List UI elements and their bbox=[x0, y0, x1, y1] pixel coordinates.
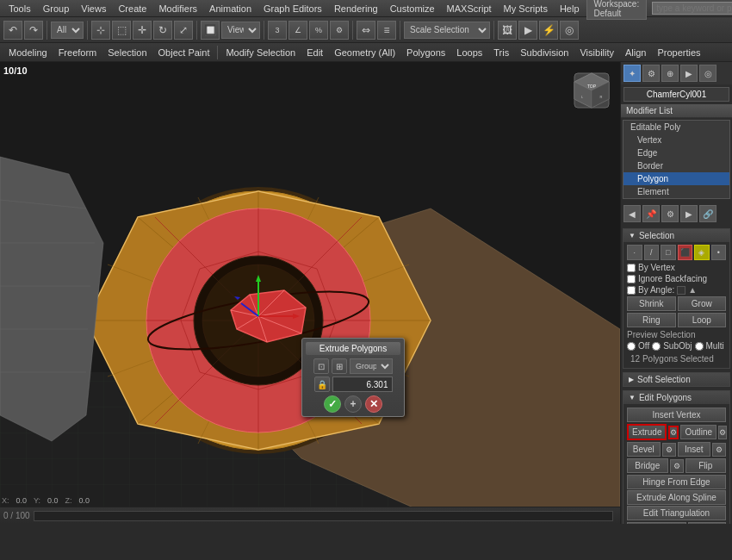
edit-triangulation-btn[interactable]: Edit Triangulation bbox=[627, 506, 726, 520]
tb2-geometry-all[interactable]: Geometry (All) bbox=[329, 47, 400, 59]
bevel-settings-btn[interactable]: ⚙ bbox=[662, 443, 676, 457]
tb2-align[interactable]: Align bbox=[620, 47, 651, 59]
redo-button[interactable]: ↷ bbox=[24, 21, 43, 40]
menu-tools[interactable]: Tools bbox=[3, 3, 36, 15]
search-input[interactable] bbox=[652, 2, 732, 15]
extrude-along-spline-btn[interactable]: Extrude Along Spline bbox=[627, 490, 726, 505]
bridge-settings-btn[interactable]: ⚙ bbox=[670, 459, 684, 473]
menu-maxscript[interactable]: MAXScript bbox=[442, 3, 497, 15]
selection-section-header[interactable]: ▼ Selection bbox=[623, 229, 729, 242]
preview-multi-radio[interactable] bbox=[695, 342, 704, 351]
material-editor[interactable]: ◎ bbox=[560, 21, 579, 40]
pin-btn[interactable]: 📌 bbox=[642, 205, 660, 222]
menu-customize[interactable]: Customize bbox=[385, 3, 440, 15]
bridge-btn[interactable]: Bridge bbox=[627, 458, 668, 473]
menu-modifiers[interactable]: Modifiers bbox=[153, 3, 202, 15]
extrude-cancel-btn[interactable]: ✕ bbox=[365, 395, 382, 413]
inset-btn[interactable]: Inset bbox=[678, 442, 711, 457]
align-tool[interactable]: ≡ bbox=[377, 21, 396, 40]
ignore-backfacing-check[interactable] bbox=[627, 275, 636, 283]
grow-btn[interactable]: Grow bbox=[678, 296, 727, 311]
outline-btn[interactable]: Outline bbox=[680, 425, 716, 439]
viewport[interactable]: 10/10 TOP L R Extrude Polygons ⊡ ⊞ bbox=[0, 62, 620, 524]
angle-value[interactable]: 45.0 bbox=[677, 286, 685, 295]
extrude-settings-btn[interactable]: ⚙ bbox=[668, 426, 679, 439]
inset-settings-btn[interactable]: ⚙ bbox=[712, 443, 726, 457]
menu-graph-editors[interactable]: Graph Editors bbox=[258, 3, 327, 15]
sel-vertex-icon[interactable]: · bbox=[627, 245, 642, 260]
mirror-tool[interactable]: ⇔ bbox=[357, 21, 375, 40]
extrude-lock-btn[interactable]: 🔒 bbox=[314, 376, 330, 392]
sel-dot-icon[interactable]: • bbox=[711, 245, 727, 260]
sel-element-icon[interactable]: ◈ bbox=[694, 245, 710, 260]
snap-spinner[interactable]: ⚙ bbox=[330, 21, 349, 40]
object-name[interactable]: ChamferCyl001 bbox=[623, 87, 729, 102]
preview-off-radio[interactable] bbox=[627, 342, 636, 351]
tb2-edit[interactable]: Edit bbox=[301, 47, 328, 59]
scale-selection-select[interactable]: Scale Selection bbox=[404, 22, 490, 39]
tb2-modeling[interactable]: Modeling bbox=[3, 47, 53, 59]
snap-angle[interactable]: ∠ bbox=[288, 21, 307, 40]
bevel-btn[interactable]: Bevel bbox=[627, 442, 661, 457]
flip-btn[interactable]: Flip bbox=[685, 458, 727, 473]
tb2-modify-selection[interactable]: Modify Selection bbox=[220, 47, 301, 59]
tb2-subdivision[interactable]: Subdivision bbox=[515, 47, 574, 59]
edit-polygons-header[interactable]: ▼ Edit Polygons bbox=[623, 391, 729, 404]
render-frame[interactable]: ▶ bbox=[518, 21, 537, 40]
select-tool[interactable]: ⊹ bbox=[91, 21, 110, 40]
reference-coord[interactable]: 🔲 bbox=[201, 21, 220, 40]
render-setup[interactable]: 🖼 bbox=[498, 21, 517, 40]
quick-render[interactable]: ⚡ bbox=[539, 21, 558, 40]
extrude-type-select[interactable]: Group Local By Poly bbox=[350, 358, 393, 374]
undo-button[interactable]: ↶ bbox=[3, 21, 22, 40]
view-select[interactable]: View bbox=[221, 22, 260, 39]
select-region[interactable]: ⬚ bbox=[112, 21, 131, 40]
menu-animation[interactable]: Animation bbox=[204, 3, 257, 15]
tb2-properties[interactable]: Properties bbox=[652, 47, 705, 59]
insert-vertex-btn[interactable]: Insert Vertex bbox=[627, 408, 726, 422]
panel-icon-display[interactable]: ◎ bbox=[699, 65, 716, 82]
outline-settings-btn[interactable]: ⚙ bbox=[718, 426, 727, 439]
hinge-from-edge-btn[interactable]: Hinge From Edge bbox=[627, 475, 726, 489]
pan-right-btn[interactable]: ▶ bbox=[680, 205, 698, 222]
tb2-polygons[interactable]: Polygons bbox=[401, 47, 450, 59]
ring-btn[interactable]: Ring bbox=[627, 313, 676, 327]
preview-subobj-radio[interactable] bbox=[652, 342, 661, 351]
menu-my-scripts[interactable]: My Scripts bbox=[499, 3, 553, 15]
tb2-loops[interactable]: Loops bbox=[451, 47, 487, 59]
tb2-selection[interactable]: Selection bbox=[102, 47, 152, 59]
modifier-polygon[interactable]: Polygon bbox=[623, 172, 729, 185]
modifier-border[interactable]: Border bbox=[623, 159, 729, 172]
menu-views[interactable]: Views bbox=[76, 3, 111, 15]
sel-border-icon[interactable]: □ bbox=[661, 245, 676, 260]
rotate-tool[interactable]: ↻ bbox=[153, 21, 172, 40]
extrude-apply-btn[interactable]: + bbox=[344, 395, 362, 413]
config-btn[interactable]: ⚙ bbox=[661, 205, 679, 222]
modifier-list-header[interactable]: Modifier List bbox=[621, 104, 732, 118]
extrude-type-btn1[interactable]: ⊡ bbox=[313, 358, 329, 374]
by-angle-check[interactable] bbox=[627, 286, 636, 295]
snap-3d[interactable]: 3 bbox=[268, 21, 287, 40]
modifier-element[interactable]: Element bbox=[623, 185, 729, 198]
by-vertex-check[interactable] bbox=[627, 264, 636, 272]
panel-icon-hierarchy[interactable]: ⊕ bbox=[661, 65, 679, 82]
move-tool[interactable]: ✛ bbox=[133, 21, 152, 40]
modifier-edge[interactable]: Edge bbox=[623, 146, 729, 159]
retriangulate-btn[interactable]: Retriangulate bbox=[627, 522, 686, 524]
tb2-freeform[interactable]: Freeform bbox=[53, 47, 102, 59]
scale-tool[interactable]: ⤢ bbox=[174, 21, 193, 40]
sel-edge-icon[interactable]: / bbox=[644, 245, 660, 260]
selection-filter[interactable]: All bbox=[51, 22, 84, 39]
tb2-tris[interactable]: Tris bbox=[488, 47, 514, 59]
turn-btn[interactable]: Turn bbox=[688, 522, 726, 524]
shrink-btn[interactable]: Shrink bbox=[627, 296, 676, 311]
modifier-vertex[interactable]: Vertex bbox=[623, 134, 729, 146]
tb2-visibility[interactable]: Visibility bbox=[574, 47, 619, 59]
extrude-type-btn2[interactable]: ⊞ bbox=[332, 358, 347, 374]
menu-help[interactable]: Help bbox=[555, 3, 585, 15]
soft-selection-header[interactable]: ▶ Soft Selection bbox=[623, 373, 729, 386]
nav-cube[interactable]: TOP L R bbox=[570, 69, 613, 112]
snap-percent[interactable]: % bbox=[309, 21, 328, 40]
menu-rendering[interactable]: Rendering bbox=[329, 3, 383, 15]
link-btn[interactable]: 🔗 bbox=[699, 205, 716, 222]
